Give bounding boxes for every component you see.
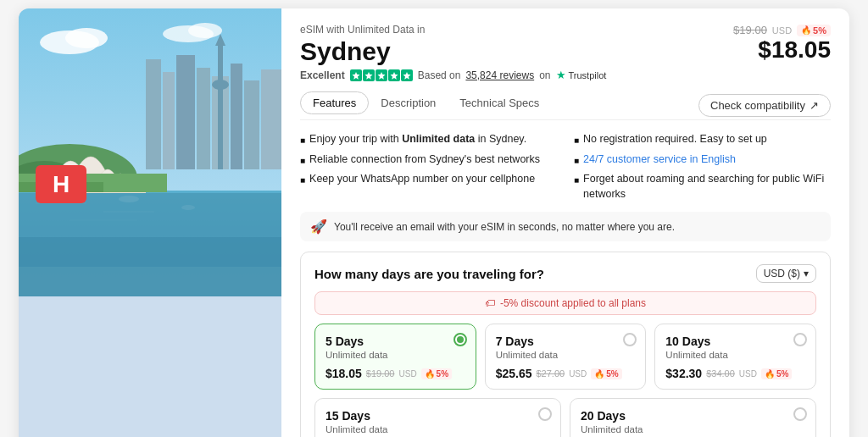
header-discount-badge: 🔥 5%	[797, 25, 831, 36]
feature-3: ■ Keep your WhatsApp number on your cell…	[300, 170, 557, 203]
reviews-text: Based on	[418, 69, 461, 81]
svg-rect-8	[197, 68, 210, 169]
plan-card-10days[interactable]: 10 Days Unlimited data $32.30 $34.00 USD…	[654, 324, 816, 390]
city-title: Sydney	[300, 37, 425, 65]
svg-rect-5	[146, 59, 161, 169]
svg-rect-10	[231, 64, 242, 169]
bullet-icon-2: ■	[300, 155, 305, 167]
feature-6: ■ Forget about roaming and searching for…	[574, 170, 831, 203]
bullet-icon-6: ■	[574, 174, 579, 186]
plans-grid-top: 5 Days Unlimited data $18.05 $19.00 USD …	[314, 324, 816, 390]
star-4	[388, 69, 400, 81]
fire-icon: 🔥	[801, 25, 811, 35]
plan-days-10: 10 Days	[665, 335, 805, 348]
plan-price-10: $32.30	[665, 367, 702, 380]
tab-features[interactable]: Features	[300, 91, 369, 114]
plan-old-price-7: $27.00	[536, 368, 565, 379]
svg-rect-7	[176, 55, 195, 169]
star-rating	[350, 69, 413, 81]
plan-currency-7: USD	[569, 369, 587, 379]
price-currency: USD	[772, 25, 792, 36]
plan-data-10: Unlimited data	[665, 350, 805, 360]
svg-marker-31	[377, 72, 385, 80]
email-notice: 🚀 You'll receive an email with your eSIM…	[300, 212, 831, 241]
hero-image	[19, 8, 281, 296]
star-2	[363, 69, 375, 81]
plan-price-row-10: $32.30 $34.00 USD 🔥5%	[665, 367, 805, 380]
svg-point-2	[65, 28, 108, 48]
svg-point-4	[188, 23, 222, 38]
plan-old-price-5: $19.00	[366, 368, 395, 379]
bullet-icon-3: ■	[300, 174, 305, 186]
rocket-icon: 🚀	[310, 218, 327, 235]
feature-2: ■ Reliable connection from Sydney's best…	[300, 151, 557, 169]
title-section: eSIM with Unlimited Data in Sydney $19.0…	[300, 24, 831, 65]
plans-title: How many days are you traveling for?	[314, 267, 544, 281]
plan-card-15days[interactable]: 15 Days Unlimited data $44.65 $47.00 USD…	[314, 398, 561, 437]
plan-card-20days[interactable]: 20 Days Unlimited data $51.30 $54.00 USD…	[570, 398, 816, 437]
old-price-row: $19.00 USD 🔥 5%	[733, 24, 831, 36]
plan-radio-10days	[793, 333, 807, 346]
feature-1: ■ Enjoy your trip with Unlimited data in…	[300, 130, 557, 149]
svg-rect-11	[244, 80, 259, 169]
plan-card-7days[interactable]: 7 Days Unlimited data $25.65 $27.00 USD …	[485, 324, 647, 390]
plan-currency-10: USD	[739, 369, 757, 379]
plans-header: How many days are you traveling for? USD…	[314, 264, 816, 283]
flame-icon-10: 🔥	[765, 369, 775, 379]
features-grid: ■ Enjoy your trip with Unlimited data in…	[300, 130, 831, 203]
tab-technical-specs[interactable]: Technical Specs	[448, 91, 551, 120]
plan-old-price-10: $34.00	[706, 368, 735, 379]
currency-select[interactable]: USD ($) ▾	[756, 264, 816, 283]
plan-data-7: Unlimited data	[496, 350, 636, 360]
external-link-icon: ↗	[810, 99, 819, 112]
plan-currency-5: USD	[398, 369, 416, 379]
tab-description[interactable]: Description	[369, 91, 448, 120]
bullet-icon-5: ■	[574, 155, 579, 167]
check-compatibility-button[interactable]: Check compatibility ↗	[698, 94, 831, 117]
price-area: $19.00 USD 🔥 5% $18.05	[733, 24, 831, 64]
reviews-link[interactable]: 35,824 reviews	[465, 69, 534, 81]
star-3	[376, 69, 387, 81]
star-5	[401, 69, 413, 81]
plan-data-15: Unlimited data	[326, 424, 550, 434]
plans-grid-bottom: 15 Days Unlimited data $44.65 $47.00 USD…	[314, 398, 816, 437]
old-price: $19.00	[733, 24, 767, 36]
left-panel: H Scan the QR code and connect instantly	[19, 8, 281, 437]
plan-price-row-7: $25.65 $27.00 USD 🔥5%	[496, 367, 636, 380]
svg-rect-13	[218, 42, 223, 169]
rating-label: Excellent	[300, 69, 345, 81]
plan-discount-7: 🔥5%	[591, 368, 621, 379]
plan-price-row-5: $18.05 $19.00 USD 🔥5%	[326, 367, 465, 380]
discount-banner: 🏷 -5% discount applied to all plans	[314, 291, 816, 315]
plans-section: How many days are you traveling for? USD…	[300, 252, 831, 437]
tabs: Features Description Technical Specs	[300, 91, 551, 119]
svg-rect-6	[163, 72, 175, 169]
right-panel: eSIM with Unlimited Data in Sydney $19.0…	[281, 8, 849, 437]
chevron-down-icon: ▾	[804, 268, 809, 279]
customer-service-link[interactable]: 24/7 customer service in English	[583, 153, 736, 165]
plan-discount-5: 🔥5%	[421, 368, 452, 379]
feature-4: ■ No registration required. Easy to set …	[574, 130, 831, 149]
feature-5: ■ 24/7 customer service in English	[574, 151, 831, 169]
tag-icon: 🏷	[485, 297, 495, 309]
bullet-icon-4: ■	[574, 135, 579, 147]
plan-data-5: Unlimited data	[326, 350, 465, 360]
svg-marker-33	[403, 72, 410, 80]
current-price: $18.05	[733, 36, 831, 64]
on-label: on	[539, 69, 550, 81]
plan-radio-15days	[538, 407, 552, 421]
bullet-icon-1: ■	[300, 135, 305, 147]
svg-rect-12	[261, 69, 281, 169]
svg-marker-30	[364, 72, 372, 80]
plan-days-5: 5 Days	[326, 335, 465, 348]
plan-days-20: 20 Days	[581, 409, 805, 423]
trustpilot-star-icon: ★	[556, 69, 566, 81]
esim-label: eSIM with Unlimited Data in	[300, 24, 425, 36]
plan-card-5days[interactable]: 5 Days Unlimited data $18.05 $19.00 USD …	[314, 324, 476, 390]
product-card: H Scan the QR code and connect instantly…	[19, 8, 849, 437]
tabs-row: Features Description Technical Specs Che…	[300, 91, 831, 120]
trustpilot-label: ★ Trustpilot	[556, 69, 607, 81]
star-1	[350, 69, 362, 81]
flame-icon-7: 🔥	[594, 369, 604, 379]
flame-icon-5: 🔥	[425, 369, 435, 379]
